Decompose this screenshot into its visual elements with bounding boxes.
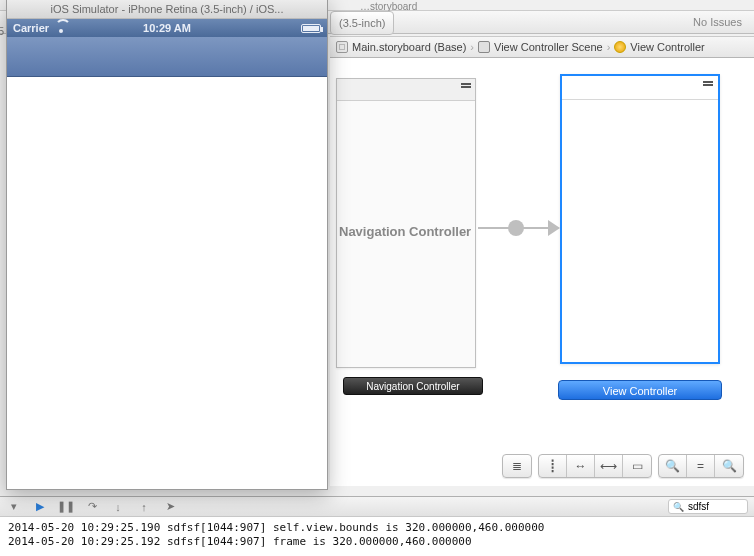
simulator-statusbar: Carrier 10:29 AM <box>7 19 327 37</box>
pin-button[interactable]: ↔ <box>567 455 595 477</box>
simulator-title: iOS Simulator - iPhone Retina (3.5-inch)… <box>51 3 284 15</box>
scene-navigation-controller[interactable]: Navigation Controller Navigation Control… <box>336 78 476 368</box>
pause-button[interactable]: ❚❚ <box>58 500 74 514</box>
nav-bar-placeholder <box>337 79 475 101</box>
zoom-out-button[interactable]: 🔍 <box>659 455 687 477</box>
zoom-buttons: 🔍 = 🔍 <box>658 454 744 478</box>
arrow-right-icon <box>548 220 560 236</box>
console-line: 2014-05-20 10:29:25.192 sdfsf[1044:907] … <box>8 535 472 548</box>
document-icon[interactable]: ≣ <box>503 455 531 477</box>
scheme-device[interactable]: (3.5-inch) <box>330 11 394 35</box>
statusbar-time: 10:29 AM <box>7 22 327 34</box>
console-line: 2014-05-20 10:29:25.190 sdfsf[1044:907] … <box>8 521 544 534</box>
left-gutter-num: 5 <box>0 25 4 37</box>
align-button[interactable]: ┋ <box>539 455 567 477</box>
debug-area: ▾ ▶ ❚❚ ↷ ↓ ↑ ➤ 🔍 2014-05-20 10:29:25.190… <box>0 496 754 556</box>
jump-bar-storyboard-label: Main.storyboard (Base) <box>352 41 466 53</box>
simulator-titlebar[interactable]: iOS Simulator - iPhone Retina (3.5-inch)… <box>7 0 327 19</box>
nav-controller-placeholder-label: Navigation Controller <box>339 224 471 239</box>
segue-relationship-icon <box>508 220 524 236</box>
segue-arrow[interactable] <box>478 218 558 238</box>
simulator-nav-bar <box>7 37 327 77</box>
resolve-issues-button[interactable]: ⟷ <box>595 455 623 477</box>
scene-title-nav[interactable]: Navigation Controller <box>343 377 483 395</box>
scene-title-vc[interactable]: View Controller <box>558 380 722 400</box>
document-outline-toggle[interactable]: ≣ <box>502 454 532 478</box>
zoom-in-button[interactable]: 🔍 <box>715 455 743 477</box>
ios-simulator-window[interactable]: iOS Simulator - iPhone Retina (3.5-inch)… <box>6 0 328 490</box>
step-out-button[interactable]: ↑ <box>136 500 152 514</box>
location-button[interactable]: ➤ <box>162 500 178 514</box>
storyboard-icon <box>336 41 348 53</box>
zoom-fit-button[interactable]: = <box>687 455 715 477</box>
vc-nav-bar <box>562 76 718 100</box>
ib-canvas[interactable]: Navigation Controller Navigation Control… <box>330 58 754 486</box>
viewcontroller-icon <box>614 41 626 53</box>
jump-bar[interactable]: Main.storyboard (Base) › View Controller… <box>330 36 754 58</box>
jump-bar-vc-label: View Controller <box>630 41 704 53</box>
console-filter-input[interactable] <box>688 501 738 512</box>
chevron-right-icon: › <box>607 41 611 53</box>
chevron-right-icon: › <box>470 41 474 53</box>
canvas-toolbar: ≣ ┋ ↔ ⟷ ▭ 🔍 = 🔍 <box>502 454 744 478</box>
console-filter[interactable]: 🔍 <box>668 499 748 514</box>
continue-button[interactable]: ▶ <box>32 500 48 514</box>
resizing-button[interactable]: ▭ <box>623 455 651 477</box>
jump-bar-scene[interactable]: View Controller Scene <box>478 41 603 53</box>
step-over-button[interactable]: ↷ <box>84 500 100 514</box>
search-icon: 🔍 <box>673 502 684 512</box>
disclosure-icon[interactable]: ▾ <box>6 500 22 514</box>
jump-bar-scene-label: View Controller Scene <box>494 41 603 53</box>
console-output[interactable]: 2014-05-20 10:29:25.190 sdfsf[1044:907] … <box>0 517 754 553</box>
jump-bar-vc[interactable]: View Controller <box>614 41 704 53</box>
step-into-button[interactable]: ↓ <box>110 500 126 514</box>
layout-buttons: ┋ ↔ ⟷ ▭ <box>538 454 652 478</box>
status-no-issues: No Issues <box>693 16 742 28</box>
scene-icon <box>478 41 490 53</box>
battery-icon <box>301 24 321 33</box>
jump-bar-storyboard[interactable]: Main.storyboard (Base) <box>336 41 466 53</box>
resize-handle-icon[interactable] <box>703 81 713 83</box>
scene-view-controller[interactable] <box>560 74 720 364</box>
debug-toolbar: ▾ ▶ ❚❚ ↷ ↓ ↑ ➤ 🔍 <box>0 497 754 517</box>
resize-handle-icon[interactable] <box>461 83 471 85</box>
